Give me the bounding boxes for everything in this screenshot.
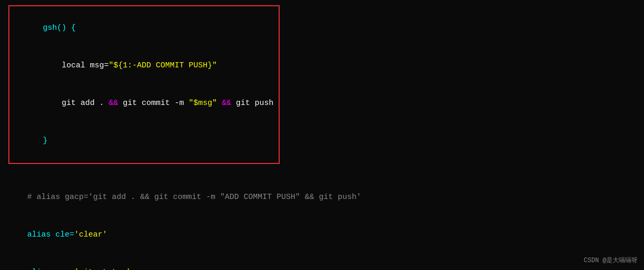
alias-line-3: alias gss='git status' [8,254,636,270]
code-line-2: local msg="${1:-ADD COMMIT PUSH}" [15,47,273,85]
code-text: "${1:-ADD COMMIT PUSH}" [109,61,217,70]
code-text: git add . [43,99,109,108]
code-text: 'git status' [74,268,131,270]
alias-line-1: # alias gacp='git add . && git commit -m… [8,179,636,216]
code-text: # alias gacp='git add . && git commit -m… [27,193,361,202]
code-text: && [222,99,231,108]
code-text: "$msg" [189,99,217,108]
code-container: gsh() { local msg="${1:-ADD COMMIT PUSH}… [0,0,644,270]
spacer [8,170,636,179]
highlighted-code-block: gsh() { local msg="${1:-ADD COMMIT PUSH}… [8,5,280,164]
code-text: } [43,136,48,145]
alias-line-2: alias cle='clear' [8,216,636,254]
code-text: 'clear' [74,230,107,239]
code-line-4: } [15,122,273,160]
code-text: && [109,99,118,108]
code-text: alias cle= [27,230,74,239]
code-text: local msg= [43,61,109,70]
code-line-1: gsh() { [15,9,273,47]
code-text: gsh() { [43,24,76,32]
code-text: alias gss= [27,268,74,270]
watermark: CSDN @是大嗝嗝呀 [584,256,638,266]
code-text: git commit -m [118,99,189,108]
code-text [217,99,222,108]
code-line-3: git add . && git commit -m "$msg" && git… [15,85,273,122]
code-text: git push [231,99,273,108]
